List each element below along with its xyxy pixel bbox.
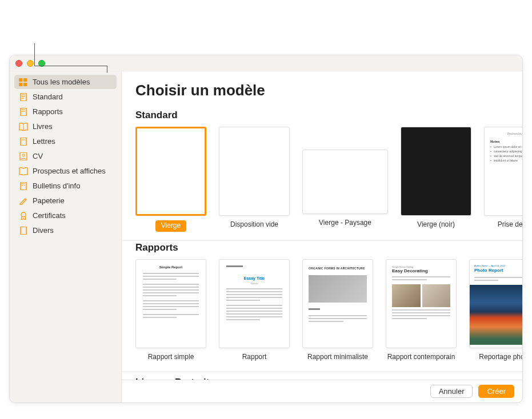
section-title-standard: Standard [135, 110, 522, 121]
template-label: Prise de notes [498, 220, 522, 229]
profile-icon [19, 152, 28, 160]
template-thumb: ORGANIC FORMS IN ARCHITECTURE [302, 259, 373, 348]
template-blank-layout[interactable]: Disposition vide [219, 127, 290, 232]
sidebar-item-standard[interactable]: Standard [14, 90, 117, 104]
template-thumb: Wednesday, December 10, 2022 Notes Lorem… [484, 127, 522, 216]
sidebar: Tous les modèles Standard Rapports Livre… [10, 71, 122, 402]
template-blank[interactable]: Vierge [135, 127, 206, 232]
doc-icon [19, 108, 28, 116]
sidebar-item-label: Standard [33, 92, 63, 101]
template-blank-landscape[interactable]: Vierge - Paysage [302, 127, 388, 232]
window-body: Tous les modèles Standard Rapports Livre… [10, 71, 522, 402]
page-title: Choisir un modèle [135, 82, 522, 99]
sidebar-item-flyers[interactable]: Prospectus et affiches [14, 164, 117, 178]
svg-rect-2 [19, 83, 22, 86]
template-label: Reportage photo [479, 353, 522, 362]
template-row-standard: Vierge Disposition vide Vierge - Paysage… [135, 127, 522, 232]
pencil-icon [19, 197, 28, 205]
thumb-date: Wednesday, December 10, 2022 [490, 132, 522, 135]
thumb-image [392, 284, 421, 307]
doc-icon [19, 182, 28, 190]
thumb-heading: Easy Decorating [392, 268, 450, 273]
svg-point-15 [22, 154, 25, 156]
svg-rect-16 [21, 182, 26, 190]
sidebar-item-label: CV [33, 152, 43, 160]
sidebar-item-label: Bulletins d'info [33, 182, 80, 190]
template-report-minimal[interactable]: ORGANIC FORMS IN ARCHITECTURE Rapport mi… [302, 259, 373, 362]
template-label: Rapport simple [148, 353, 194, 362]
sidebar-item-all-templates[interactable]: Tous les modèles [14, 75, 117, 89]
svg-rect-8 [21, 108, 26, 116]
thumb-image [309, 275, 367, 303]
main-panel: Choisir un modèle Standard Vierge Dispos… [122, 71, 522, 402]
ribbon-icon [19, 212, 28, 220]
template-thumb: Simple Report [135, 259, 206, 348]
sidebar-item-label: Lettres [33, 137, 55, 146]
template-label: Disposition vide [230, 220, 278, 229]
template-thumb [135, 127, 206, 216]
template-report-simple[interactable]: Simple Report Rapport si [135, 259, 206, 362]
template-notes[interactable]: Wednesday, December 10, 2022 Notes Lorem… [484, 127, 522, 232]
template-label: Rapport [242, 353, 267, 362]
template-label: Vierge (noir) [417, 220, 455, 229]
thumb-heading: Notes [490, 140, 522, 143]
sidebar-item-misc[interactable]: Divers [14, 223, 117, 237]
template-report-photo[interactable]: Author Name — April 10, 2022 Photo Repor… [469, 259, 522, 362]
book-icon [19, 167, 28, 175]
thumb-heading: Photo Report [474, 268, 522, 273]
doc-icon [19, 93, 28, 101]
sidebar-item-letters[interactable]: Lettres [14, 134, 117, 148]
template-thumb [401, 127, 471, 216]
template-label: Vierge [155, 220, 186, 232]
minimize-window-button[interactable] [27, 60, 34, 67]
thumb-heading: Essay Title [226, 276, 282, 280]
doc-icon [19, 227, 28, 235]
svg-rect-0 [19, 78, 22, 82]
create-button[interactable]: Créer [478, 385, 514, 398]
sidebar-item-label: Tous les modèles [33, 78, 90, 86]
template-label: Rapport minimaliste [307, 353, 368, 362]
template-row-reports: Simple Report Rapport si [135, 259, 522, 362]
thumb-heading: Simple Report [143, 265, 199, 269]
template-report-contemporary[interactable]: Simple Home Styling Easy Decorating [386, 259, 457, 362]
template-chooser-window: Tous les modèles Standard Rapports Livre… [9, 55, 523, 403]
svg-rect-4 [21, 93, 26, 101]
book-icon [19, 123, 28, 131]
sidebar-item-newsletters[interactable]: Bulletins d'info [14, 179, 117, 193]
thumb-heading: ORGANIC FORMS IN ARCHITECTURE [309, 267, 367, 270]
template-report[interactable]: Essay Title Subtitle Rapport [219, 259, 290, 362]
section-title-reports: Rapports [135, 242, 522, 253]
sidebar-item-stationery[interactable]: Papeterie [14, 194, 117, 208]
svg-rect-21 [21, 227, 26, 235]
cancel-button[interactable]: Annuler [430, 385, 473, 398]
sidebar-item-label: Rapports [33, 107, 63, 116]
template-thumb [302, 150, 388, 214]
template-thumb [219, 127, 290, 216]
thumb-image [422, 284, 451, 307]
dialog-footer: Annuler Créer [122, 380, 522, 402]
sidebar-item-label: Livres [33, 122, 53, 131]
template-thumb: Simple Home Styling Easy Decorating [386, 259, 457, 348]
template-thumb: Essay Title Subtitle [219, 259, 290, 348]
sidebar-item-certificates[interactable]: Certificats [14, 208, 117, 223]
annotation-callout-line [34, 43, 107, 66]
svg-rect-1 [23, 78, 27, 82]
grid-icon [19, 78, 28, 86]
close-window-button[interactable] [15, 60, 22, 67]
svg-rect-3 [23, 83, 27, 86]
sidebar-item-cv[interactable]: CV [14, 149, 117, 163]
thumb-image [470, 285, 522, 345]
thumb-subtitle: Subtitle [226, 282, 282, 285]
sidebar-item-books[interactable]: Livres [14, 119, 117, 134]
sidebar-item-label: Prospectus et affiches [33, 167, 106, 175]
section-divider [122, 240, 522, 241]
sidebar-item-reports[interactable]: Rapports [14, 104, 117, 119]
sidebar-item-label: Papeterie [33, 196, 65, 205]
sidebar-item-label: Certificats [33, 211, 66, 220]
svg-rect-12 [21, 138, 26, 146]
template-blank-dark[interactable]: Vierge (noir) [401, 127, 471, 232]
svg-point-20 [21, 212, 26, 217]
template-label: Rapport contemporain [387, 353, 455, 362]
template-scroll-area[interactable]: Choisir un modèle Standard Vierge Dispos… [122, 71, 522, 380]
sidebar-item-label: Divers [33, 226, 54, 235]
